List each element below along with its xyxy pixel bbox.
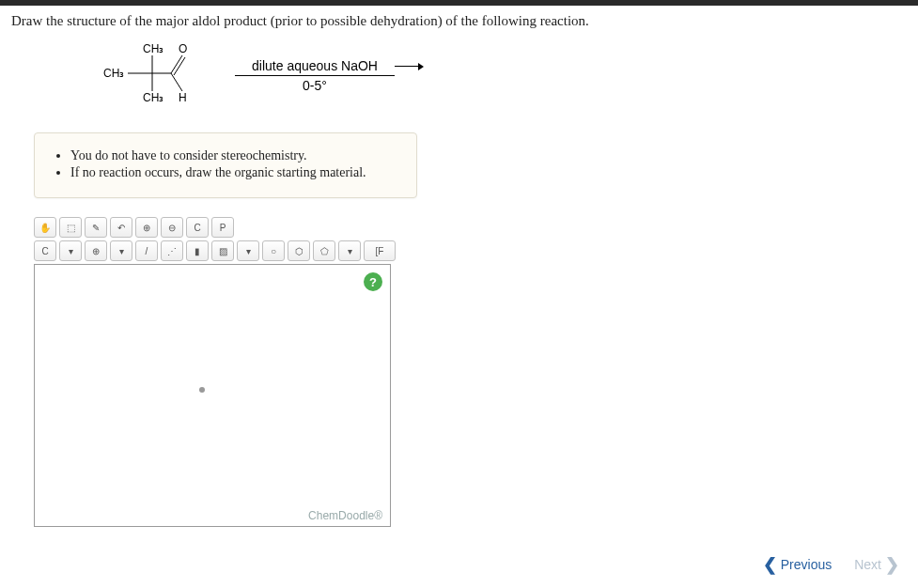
reagent-top: dilute aqueous NaOH [252, 58, 378, 73]
structure-editor: ✋ ⬚ ✎ ↶ ⊕ ⊖ C P C ▾ ⊕ ▾ / ⋰ ▮ ▨ ▾ ○ ⬡ ⬠ … [34, 217, 417, 527]
ring-dropdown[interactable]: ▾ [338, 240, 361, 261]
single-bond-tool[interactable]: / [135, 240, 158, 261]
reaction-scheme: CH₃ O CH₃ CH₃ H dilute aqueous NaOH 0-5° [0, 37, 918, 114]
erase-icon: ✎ [92, 223, 100, 233]
undo-tool[interactable]: ↶ [110, 217, 132, 238]
copy-tool[interactable]: C [186, 217, 209, 238]
reagent-bottom: 0-5° [303, 78, 327, 93]
move-tool[interactable]: ✋ [34, 217, 56, 238]
chevron-down-icon: ▾ [348, 246, 352, 256]
copy-label: C [194, 223, 200, 233]
recessed-bond-tool[interactable]: ⋰ [161, 240, 183, 261]
help-button[interactable]: ? [364, 272, 382, 291]
charge-tool[interactable]: ⊕ [85, 240, 107, 261]
hint-item: If no reaction occurs, draw the organic … [70, 165, 397, 180]
svg-line-5 [171, 73, 182, 91]
element-dropdown[interactable]: ▾ [59, 240, 82, 261]
lasso-icon: ⬚ [67, 223, 75, 233]
canvas-origin-dot [199, 387, 205, 393]
question-text: Draw the structure of the major aldol pr… [0, 6, 918, 37]
hash-bond-tool[interactable]: ▨ [211, 240, 234, 261]
hand-icon: ✋ [39, 223, 51, 233]
nav-buttons: ❮ Previous Next ❯ [763, 554, 899, 575]
zoom-out-tool[interactable]: ⊖ [161, 217, 183, 238]
bracket-tool[interactable]: [F [364, 240, 396, 261]
charge-dropdown[interactable]: ▾ [110, 240, 132, 261]
chevron-left-icon: ❮ [763, 554, 777, 575]
cyclohexane-tool[interactable]: ○ [262, 240, 285, 261]
erase-tool[interactable]: ✎ [85, 217, 107, 238]
toolbar-row-2: C ▾ ⊕ ▾ / ⋰ ▮ ▨ ▾ ○ ⬡ ⬠ ▾ [F [34, 240, 417, 261]
next-label: Next [854, 557, 881, 572]
undo-icon: ↶ [117, 223, 125, 233]
drawing-canvas[interactable]: ? ChemDoodle® [34, 264, 391, 527]
zoom-in-tool[interactable]: ⊕ [135, 217, 158, 238]
bond-dropdown[interactable]: ▾ [237, 240, 259, 261]
chevron-down-icon: ▾ [119, 246, 124, 256]
zoom-in-icon: ⊕ [143, 223, 150, 233]
reaction-arrow-line [235, 75, 395, 76]
previous-button[interactable]: ❮ Previous [763, 554, 832, 575]
benzene-tool[interactable]: ⬡ [288, 240, 310, 261]
reaction-arrow-head [395, 66, 423, 67]
cyclopentane-tool[interactable]: ⬠ [313, 240, 335, 261]
paste-tool[interactable]: P [211, 217, 234, 238]
toolbar-row-1: ✋ ⬚ ✎ ↶ ⊕ ⊖ C P [34, 217, 417, 238]
chemdoodle-brand: ChemDoodle® [308, 509, 382, 522]
starting-material-structure: CH₃ O CH₃ CH₃ H [94, 42, 216, 108]
reagent-conditions: dilute aqueous NaOH 0-5° [235, 58, 395, 93]
hints-box: You do not have to consider stereochemis… [34, 132, 417, 198]
chevron-down-icon: ▾ [246, 246, 251, 256]
paste-label: P [220, 223, 226, 233]
next-button[interactable]: Next ❯ [854, 554, 899, 575]
bond-lines [94, 42, 216, 108]
hint-item: You do not have to consider stereochemis… [70, 148, 397, 163]
lasso-tool[interactable]: ⬚ [59, 217, 82, 238]
chevron-right-icon: ❯ [885, 554, 899, 575]
chevron-down-icon: ▾ [69, 246, 73, 256]
wedge-bond-tool[interactable]: ▮ [186, 240, 209, 261]
previous-label: Previous [781, 557, 832, 572]
element-carbon[interactable]: C [34, 240, 56, 261]
zoom-out-icon: ⊖ [168, 223, 176, 233]
question-icon: ? [369, 275, 377, 289]
